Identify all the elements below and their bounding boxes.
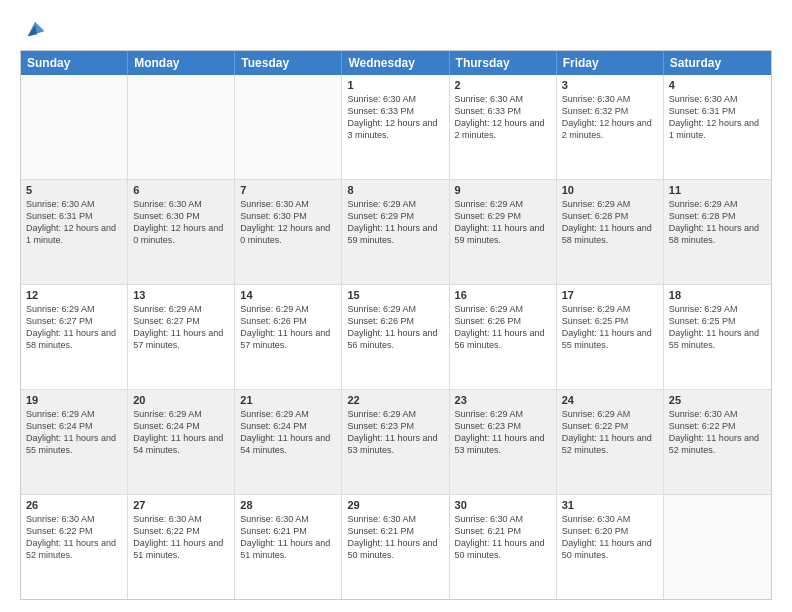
cell-info: Sunrise: 6:30 AM Sunset: 6:21 PM Dayligh…: [240, 513, 336, 562]
calendar-cell: 16Sunrise: 6:29 AM Sunset: 6:26 PM Dayli…: [450, 285, 557, 389]
calendar-cell: 27Sunrise: 6:30 AM Sunset: 6:22 PM Dayli…: [128, 495, 235, 599]
day-number: 14: [240, 289, 336, 301]
day-number: 2: [455, 79, 551, 91]
cell-info: Sunrise: 6:29 AM Sunset: 6:25 PM Dayligh…: [669, 303, 766, 352]
day-number: 20: [133, 394, 229, 406]
calendar-cell: 25Sunrise: 6:30 AM Sunset: 6:22 PM Dayli…: [664, 390, 771, 494]
cell-info: Sunrise: 6:30 AM Sunset: 6:31 PM Dayligh…: [669, 93, 766, 142]
weekday-header: Saturday: [664, 51, 771, 75]
cell-info: Sunrise: 6:30 AM Sunset: 6:33 PM Dayligh…: [455, 93, 551, 142]
calendar-cell: 8Sunrise: 6:29 AM Sunset: 6:29 PM Daylig…: [342, 180, 449, 284]
cell-info: Sunrise: 6:30 AM Sunset: 6:32 PM Dayligh…: [562, 93, 658, 142]
day-number: 5: [26, 184, 122, 196]
calendar-cell: 28Sunrise: 6:30 AM Sunset: 6:21 PM Dayli…: [235, 495, 342, 599]
calendar-cell: 21Sunrise: 6:29 AM Sunset: 6:24 PM Dayli…: [235, 390, 342, 494]
cell-info: Sunrise: 6:29 AM Sunset: 6:29 PM Dayligh…: [455, 198, 551, 247]
calendar-row: 19Sunrise: 6:29 AM Sunset: 6:24 PM Dayli…: [21, 390, 771, 495]
page: SundayMondayTuesdayWednesdayThursdayFrid…: [0, 0, 792, 612]
cell-info: Sunrise: 6:30 AM Sunset: 6:31 PM Dayligh…: [26, 198, 122, 247]
cell-info: Sunrise: 6:29 AM Sunset: 6:24 PM Dayligh…: [133, 408, 229, 457]
calendar-cell: 13Sunrise: 6:29 AM Sunset: 6:27 PM Dayli…: [128, 285, 235, 389]
calendar-cell: 9Sunrise: 6:29 AM Sunset: 6:29 PM Daylig…: [450, 180, 557, 284]
day-number: 7: [240, 184, 336, 196]
calendar-cell: 17Sunrise: 6:29 AM Sunset: 6:25 PM Dayli…: [557, 285, 664, 389]
calendar-row: 12Sunrise: 6:29 AM Sunset: 6:27 PM Dayli…: [21, 285, 771, 390]
cell-info: Sunrise: 6:30 AM Sunset: 6:22 PM Dayligh…: [669, 408, 766, 457]
calendar-cell: [21, 75, 128, 179]
cell-info: Sunrise: 6:30 AM Sunset: 6:22 PM Dayligh…: [133, 513, 229, 562]
cell-info: Sunrise: 6:30 AM Sunset: 6:33 PM Dayligh…: [347, 93, 443, 142]
day-number: 6: [133, 184, 229, 196]
cell-info: Sunrise: 6:30 AM Sunset: 6:22 PM Dayligh…: [26, 513, 122, 562]
calendar-cell: 19Sunrise: 6:29 AM Sunset: 6:24 PM Dayli…: [21, 390, 128, 494]
logo: [20, 18, 46, 40]
day-number: 26: [26, 499, 122, 511]
calendar-cell: 23Sunrise: 6:29 AM Sunset: 6:23 PM Dayli…: [450, 390, 557, 494]
cell-info: Sunrise: 6:29 AM Sunset: 6:22 PM Dayligh…: [562, 408, 658, 457]
calendar-cell: 15Sunrise: 6:29 AM Sunset: 6:26 PM Dayli…: [342, 285, 449, 389]
day-number: 31: [562, 499, 658, 511]
day-number: 29: [347, 499, 443, 511]
calendar-cell: 11Sunrise: 6:29 AM Sunset: 6:28 PM Dayli…: [664, 180, 771, 284]
cell-info: Sunrise: 6:30 AM Sunset: 6:30 PM Dayligh…: [240, 198, 336, 247]
day-number: 13: [133, 289, 229, 301]
calendar-cell: 22Sunrise: 6:29 AM Sunset: 6:23 PM Dayli…: [342, 390, 449, 494]
day-number: 11: [669, 184, 766, 196]
day-number: 17: [562, 289, 658, 301]
calendar-cell: 2Sunrise: 6:30 AM Sunset: 6:33 PM Daylig…: [450, 75, 557, 179]
calendar-cell: 4Sunrise: 6:30 AM Sunset: 6:31 PM Daylig…: [664, 75, 771, 179]
weekday-header: Sunday: [21, 51, 128, 75]
weekday-header: Thursday: [450, 51, 557, 75]
cell-info: Sunrise: 6:29 AM Sunset: 6:24 PM Dayligh…: [26, 408, 122, 457]
day-number: 15: [347, 289, 443, 301]
calendar-cell: 7Sunrise: 6:30 AM Sunset: 6:30 PM Daylig…: [235, 180, 342, 284]
cell-info: Sunrise: 6:30 AM Sunset: 6:20 PM Dayligh…: [562, 513, 658, 562]
cell-info: Sunrise: 6:29 AM Sunset: 6:26 PM Dayligh…: [240, 303, 336, 352]
calendar-cell: 31Sunrise: 6:30 AM Sunset: 6:20 PM Dayli…: [557, 495, 664, 599]
cell-info: Sunrise: 6:29 AM Sunset: 6:25 PM Dayligh…: [562, 303, 658, 352]
weekday-header: Tuesday: [235, 51, 342, 75]
day-number: 1: [347, 79, 443, 91]
calendar-cell: 20Sunrise: 6:29 AM Sunset: 6:24 PM Dayli…: [128, 390, 235, 494]
cell-info: Sunrise: 6:29 AM Sunset: 6:23 PM Dayligh…: [455, 408, 551, 457]
calendar-header: SundayMondayTuesdayWednesdayThursdayFrid…: [21, 51, 771, 75]
cell-info: Sunrise: 6:29 AM Sunset: 6:27 PM Dayligh…: [26, 303, 122, 352]
cell-info: Sunrise: 6:29 AM Sunset: 6:23 PM Dayligh…: [347, 408, 443, 457]
cell-info: Sunrise: 6:30 AM Sunset: 6:21 PM Dayligh…: [347, 513, 443, 562]
calendar-cell: 12Sunrise: 6:29 AM Sunset: 6:27 PM Dayli…: [21, 285, 128, 389]
cell-info: Sunrise: 6:29 AM Sunset: 6:24 PM Dayligh…: [240, 408, 336, 457]
calendar-body: 1Sunrise: 6:30 AM Sunset: 6:33 PM Daylig…: [21, 75, 771, 599]
day-number: 16: [455, 289, 551, 301]
calendar-cell: 26Sunrise: 6:30 AM Sunset: 6:22 PM Dayli…: [21, 495, 128, 599]
day-number: 10: [562, 184, 658, 196]
day-number: 12: [26, 289, 122, 301]
cell-info: Sunrise: 6:29 AM Sunset: 6:29 PM Dayligh…: [347, 198, 443, 247]
calendar-cell: 14Sunrise: 6:29 AM Sunset: 6:26 PM Dayli…: [235, 285, 342, 389]
cell-info: Sunrise: 6:29 AM Sunset: 6:26 PM Dayligh…: [347, 303, 443, 352]
logo-icon: [24, 18, 46, 40]
calendar-cell: 30Sunrise: 6:30 AM Sunset: 6:21 PM Dayli…: [450, 495, 557, 599]
day-number: 27: [133, 499, 229, 511]
day-number: 19: [26, 394, 122, 406]
day-number: 4: [669, 79, 766, 91]
day-number: 18: [669, 289, 766, 301]
calendar-cell: 6Sunrise: 6:30 AM Sunset: 6:30 PM Daylig…: [128, 180, 235, 284]
weekday-header: Friday: [557, 51, 664, 75]
cell-info: Sunrise: 6:30 AM Sunset: 6:30 PM Dayligh…: [133, 198, 229, 247]
day-number: 25: [669, 394, 766, 406]
cell-info: Sunrise: 6:29 AM Sunset: 6:27 PM Dayligh…: [133, 303, 229, 352]
calendar-row: 26Sunrise: 6:30 AM Sunset: 6:22 PM Dayli…: [21, 495, 771, 599]
calendar-cell: [128, 75, 235, 179]
calendar-cell: 1Sunrise: 6:30 AM Sunset: 6:33 PM Daylig…: [342, 75, 449, 179]
day-number: 28: [240, 499, 336, 511]
calendar-row: 1Sunrise: 6:30 AM Sunset: 6:33 PM Daylig…: [21, 75, 771, 180]
calendar-cell: 18Sunrise: 6:29 AM Sunset: 6:25 PM Dayli…: [664, 285, 771, 389]
calendar-cell: 29Sunrise: 6:30 AM Sunset: 6:21 PM Dayli…: [342, 495, 449, 599]
calendar-cell: 10Sunrise: 6:29 AM Sunset: 6:28 PM Dayli…: [557, 180, 664, 284]
calendar-cell: [235, 75, 342, 179]
day-number: 22: [347, 394, 443, 406]
header: [20, 18, 772, 40]
day-number: 23: [455, 394, 551, 406]
cell-info: Sunrise: 6:29 AM Sunset: 6:28 PM Dayligh…: [562, 198, 658, 247]
day-number: 3: [562, 79, 658, 91]
